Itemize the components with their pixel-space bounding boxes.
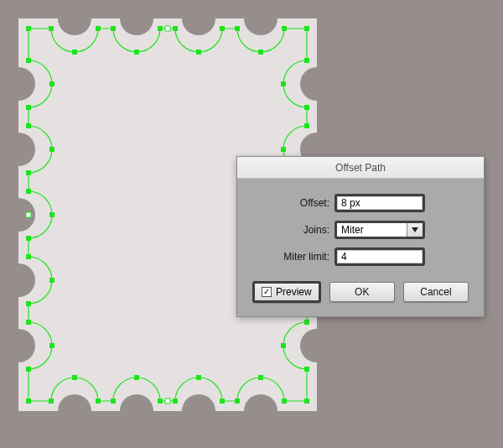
ok-label: OK — [355, 286, 369, 298]
svg-rect-24 — [96, 26, 101, 31]
svg-rect-40 — [26, 105, 31, 110]
svg-rect-60 — [134, 49, 139, 55]
offset-row: Offset: — [252, 194, 469, 212]
offset-label: Offset: — [252, 197, 334, 209]
dialog-buttons: ✓ Preview OK Cancel — [252, 281, 469, 303]
svg-rect-79 — [26, 212, 31, 217]
miter-input[interactable] — [334, 247, 425, 266]
svg-rect-20 — [304, 26, 309, 31]
svg-rect-58 — [304, 367, 309, 372]
svg-rect-64 — [134, 375, 139, 380]
joins-row: Joins: Miter — [252, 221, 469, 239]
svg-rect-50 — [304, 105, 309, 110]
chevron-down-icon — [412, 227, 418, 232]
svg-rect-21 — [304, 399, 309, 404]
svg-rect-44 — [26, 236, 31, 241]
svg-rect-57 — [304, 320, 309, 325]
svg-rect-27 — [173, 26, 178, 31]
svg-rect-72 — [281, 81, 286, 86]
svg-rect-77 — [165, 26, 170, 31]
svg-rect-37 — [235, 399, 240, 404]
svg-rect-41 — [26, 123, 31, 128]
ok-button[interactable]: OK — [329, 282, 395, 302]
svg-rect-67 — [49, 81, 54, 86]
dialog-title: Offset Path — [335, 162, 386, 174]
svg-rect-62 — [258, 49, 263, 55]
svg-rect-26 — [158, 26, 163, 31]
joins-label: Joins: — [252, 224, 334, 236]
cancel-button[interactable]: Cancel — [403, 282, 469, 302]
svg-rect-39 — [26, 58, 31, 63]
dialog-body: Offset: Joins: Miter Miter limit: ✓ Prev… — [237, 179, 484, 316]
miter-row: Miter limit: — [252, 247, 469, 266]
svg-rect-29 — [235, 26, 240, 31]
svg-rect-68 — [49, 147, 54, 152]
svg-rect-22 — [26, 399, 31, 404]
svg-rect-63 — [72, 375, 77, 380]
svg-rect-23 — [49, 26, 54, 31]
preview-checkbox[interactable]: ✓ Preview — [252, 281, 321, 303]
cancel-label: Cancel — [420, 286, 451, 298]
svg-rect-19 — [26, 26, 31, 31]
svg-rect-36 — [220, 399, 225, 404]
checkbox-icon: ✓ — [262, 287, 272, 297]
svg-rect-32 — [96, 399, 101, 404]
svg-rect-38 — [282, 399, 287, 404]
offset-input[interactable] — [334, 194, 425, 212]
svg-rect-51 — [304, 123, 309, 128]
preview-label: Preview — [276, 286, 312, 298]
svg-rect-42 — [26, 170, 31, 175]
svg-rect-47 — [26, 320, 31, 325]
dialog-titlebar[interactable]: Offset Path — [237, 157, 484, 179]
miter-label: Miter limit: — [252, 251, 334, 263]
svg-rect-73 — [281, 147, 286, 152]
svg-rect-66 — [258, 375, 263, 380]
svg-rect-78 — [165, 399, 170, 404]
svg-rect-28 — [220, 26, 225, 31]
svg-rect-70 — [49, 278, 54, 283]
svg-rect-65 — [196, 375, 201, 380]
svg-rect-69 — [49, 212, 54, 217]
joins-select[interactable]: Miter — [334, 221, 425, 239]
svg-rect-61 — [196, 49, 201, 55]
svg-rect-25 — [111, 26, 116, 31]
svg-rect-43 — [26, 189, 31, 194]
svg-rect-59 — [72, 49, 77, 55]
svg-rect-49 — [304, 58, 309, 63]
svg-rect-71 — [49, 343, 54, 348]
svg-rect-33 — [111, 399, 116, 404]
svg-rect-76 — [281, 343, 286, 348]
svg-rect-30 — [282, 26, 287, 31]
svg-rect-48 — [26, 367, 31, 372]
svg-rect-34 — [158, 399, 163, 404]
svg-rect-45 — [26, 254, 31, 259]
offset-path-dialog: Offset Path Offset: Joins: Miter Miter l… — [236, 156, 485, 317]
joins-dropdown-button[interactable] — [407, 223, 423, 237]
svg-rect-31 — [49, 399, 54, 404]
svg-rect-35 — [173, 399, 178, 404]
svg-rect-46 — [26, 301, 31, 306]
joins-value: Miter — [337, 223, 407, 237]
